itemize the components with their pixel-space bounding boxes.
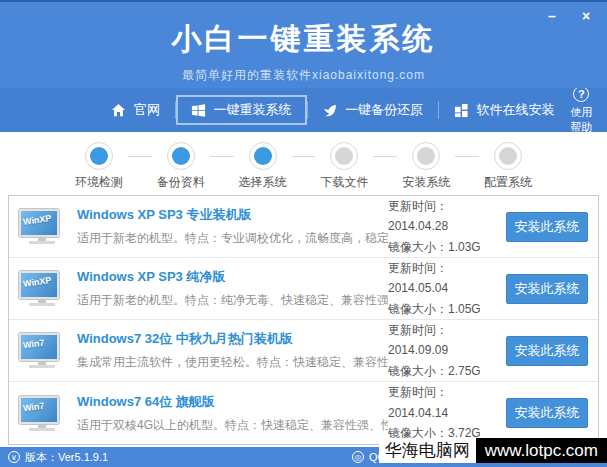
system-description: 集成常用主流软件，使用更轻松。特点：快速稳定、兼容性强、安全无插件！ (77, 354, 388, 371)
qq-icon: ◎ (352, 451, 364, 463)
nav-item-backup-restore[interactable]: 一键备份还原 (307, 95, 438, 125)
system-row-winxp-pure: WinXP Windows XP SP3 纯净版 适用于新老的机型。特点：纯净无… (9, 258, 598, 320)
nav-label: 一键备份还原 (345, 101, 423, 119)
grid-icon (454, 103, 469, 118)
app-title: 小白一键重装系统 (0, 2, 607, 60)
nav-label: 官网 (134, 101, 160, 119)
system-description: 适用于新老的机型。特点：纯净无毒、快速稳定、兼容性强、安全无插件！ (77, 292, 388, 309)
image-size: 2.75G (448, 364, 481, 378)
step-label: 选择系统 (239, 174, 287, 191)
step-backup-data: 备份资料 (152, 142, 210, 191)
system-meta: 更新时间：2014.09.09 镜像大小：2.75G (388, 320, 500, 381)
app-subtitle: 最简单好用的重装软件xiaobaixitong.com (0, 67, 607, 84)
nav-item-official-site[interactable]: 官网 (96, 95, 175, 125)
step-env-check: 环境检测 (70, 142, 128, 191)
system-row-win7-64: Win7 Windows7 64位 旗舰版 适用于双核4G以上的机型。特点：快速… (9, 382, 598, 444)
system-meta: 更新时间：2014.04.28 镜像大小：1.03G (388, 196, 500, 257)
winxp-monitor-icon: WinXP (19, 271, 65, 306)
nav-label: 软件在线安装 (477, 101, 555, 119)
step-connector (373, 156, 397, 157)
home-icon (111, 103, 126, 118)
step-connector (292, 156, 316, 157)
step-connector (455, 156, 479, 157)
step-circle (85, 142, 113, 170)
step-circle (330, 142, 358, 170)
system-title[interactable]: Windows XP SP3 专业装机版 (77, 206, 388, 224)
version-icon: ∨ (8, 451, 20, 463)
nav-item-reinstall-system[interactable]: 一键重装系统 (176, 95, 307, 125)
bird-icon (322, 103, 337, 118)
system-meta: 更新时间：2014.04.14 镜像大小：3.72G (388, 382, 500, 443)
watermark: 华海电脑网 www.lotpc.com (379, 438, 607, 463)
step-select-system: 选择系统 (234, 142, 292, 191)
update-date: 2014.09.09 (388, 343, 448, 357)
step-label: 配置系统 (484, 174, 532, 191)
step-label: 安装系统 (402, 174, 450, 191)
os-badge: WinXP (22, 275, 52, 289)
step-label: 下载文件 (320, 174, 368, 191)
version-label: 版本：Ver5.1.9.1 (25, 450, 108, 465)
step-circle (494, 142, 522, 170)
main-navbar: 官网 一键重装系统 一键备份还原 软件在线安装 ? 使用帮助 (0, 88, 607, 132)
step-circle (167, 142, 195, 170)
install-system-button[interactable]: 安装此系统 (506, 212, 588, 242)
watermark-site-url: www.lotpc.com (476, 438, 607, 463)
system-title[interactable]: Windows XP SP3 纯净版 (77, 268, 388, 286)
step-label: 环境检测 (75, 174, 123, 191)
win7-monitor-icon: Win7 (19, 396, 65, 431)
os-badge: WinXP (22, 213, 52, 227)
update-date: 2014.04.28 (388, 219, 448, 233)
image-size: 1.03G (448, 240, 481, 254)
app-header: – × 小白一键重装系统 最简单好用的重装软件xiaobaixitong.com (0, 0, 607, 88)
install-system-button[interactable]: 安装此系统 (506, 336, 588, 366)
minimize-button[interactable]: – (543, 7, 561, 25)
step-connector (210, 156, 234, 157)
step-download-files: 下载文件 (315, 142, 373, 191)
step-label: 备份资料 (157, 174, 205, 191)
system-title[interactable]: Windows7 64位 旗舰版 (77, 393, 388, 411)
system-description: 适用于新老的机型。特点：专业调校优化，流畅度高，稳定性好，兼容性强！ (77, 230, 388, 247)
os-badge: Win7 (22, 338, 45, 351)
system-meta: 更新时间：2014.05.04 镜像大小：1.05G (388, 258, 500, 319)
close-button[interactable]: × (577, 7, 595, 25)
update-date: 2014.05.04 (388, 281, 448, 295)
system-title[interactable]: Windows7 32位 中秋九月热门装机版 (77, 330, 388, 348)
winxp-monitor-icon: WinXP (19, 209, 65, 244)
step-configure-system: 配置系统 (479, 142, 537, 191)
step-install-system: 安装系统 (397, 142, 455, 191)
nav-item-software-install[interactable]: 软件在线安装 (439, 95, 570, 125)
step-circle (249, 142, 277, 170)
system-row-win7-32: Win7 Windows7 32位 中秋九月热门装机版 集成常用主流软件，使用更… (9, 320, 598, 382)
nav-label: 一键重装系统 (214, 101, 292, 119)
help-button[interactable]: ? 使用帮助 (570, 86, 593, 135)
update-date: 2014.04.14 (388, 406, 448, 420)
win7-monitor-icon: Win7 (19, 333, 65, 368)
progress-steps: 环境检测 备份资料 选择系统 下载文件 安装系统 配置系统 (0, 132, 607, 191)
install-system-button[interactable]: 安装此系统 (506, 274, 588, 304)
os-badge: Win7 (22, 400, 45, 413)
step-circle (412, 142, 440, 170)
system-description: 适用于双核4G以上的机型。特点：快速稳定、兼容性强、性能强劲！ (77, 417, 388, 434)
windows-icon (191, 103, 206, 118)
image-size: 1.05G (448, 302, 481, 316)
watermark-site-name: 华海电脑网 (379, 438, 476, 463)
help-label: 使用帮助 (570, 105, 593, 135)
install-system-button[interactable]: 安装此系统 (506, 398, 588, 428)
system-row-winxp-pro: WinXP Windows XP SP3 专业装机版 适用于新老的机型。特点：专… (9, 196, 598, 258)
step-connector (128, 156, 152, 157)
system-list-panel: WinXP Windows XP SP3 专业装机版 适用于新老的机型。特点：专… (8, 195, 599, 445)
